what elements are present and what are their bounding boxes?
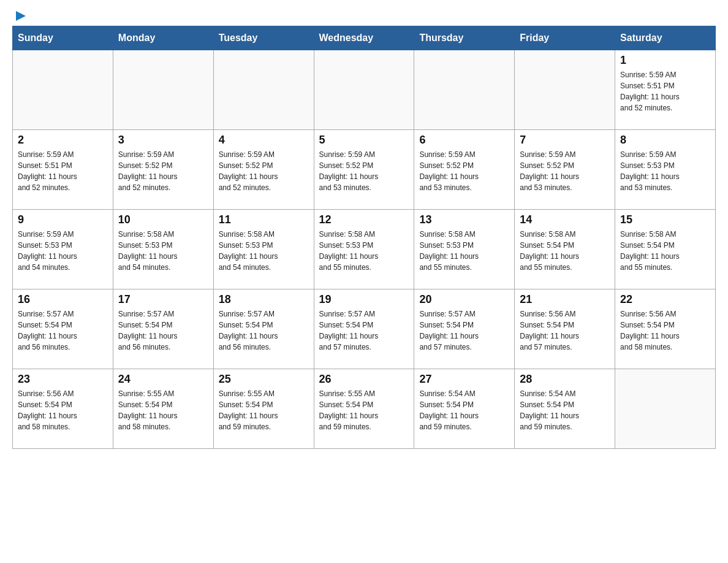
day-header-monday: Monday xyxy=(113,26,213,50)
day-info: Sunrise: 5:59 AM Sunset: 5:53 PM Dayligh… xyxy=(18,229,108,273)
day-info: Sunrise: 5:56 AM Sunset: 5:54 PM Dayligh… xyxy=(620,308,710,353)
day-info: Sunrise: 5:57 AM Sunset: 5:54 PM Dayligh… xyxy=(419,308,509,353)
calendar-day-cell: 20Sunrise: 5:57 AM Sunset: 5:54 PM Dayli… xyxy=(414,289,515,369)
day-number: 13 xyxy=(419,213,509,226)
logo xyxy=(12,12,27,20)
calendar-week-row: 9Sunrise: 5:59 AM Sunset: 5:53 PM Daylig… xyxy=(13,210,716,289)
calendar-day-cell: 2Sunrise: 5:59 AM Sunset: 5:51 PM Daylig… xyxy=(13,130,113,210)
calendar-day-cell: 24Sunrise: 5:55 AM Sunset: 5:54 PM Dayli… xyxy=(113,369,213,449)
day-number: 15 xyxy=(620,213,710,226)
page-header xyxy=(12,12,716,20)
calendar-day-cell: 28Sunrise: 5:54 AM Sunset: 5:54 PM Dayli… xyxy=(515,369,615,449)
calendar-day-cell xyxy=(414,50,515,130)
day-info: Sunrise: 5:54 AM Sunset: 5:54 PM Dayligh… xyxy=(419,388,509,432)
day-info: Sunrise: 5:58 AM Sunset: 5:54 PM Dayligh… xyxy=(620,229,710,273)
calendar-day-cell: 27Sunrise: 5:54 AM Sunset: 5:54 PM Dayli… xyxy=(414,369,515,449)
day-number: 3 xyxy=(118,134,208,147)
calendar-day-cell: 9Sunrise: 5:59 AM Sunset: 5:53 PM Daylig… xyxy=(13,210,113,289)
calendar-day-cell xyxy=(13,50,113,130)
calendar-day-cell: 1Sunrise: 5:59 AM Sunset: 5:51 PM Daylig… xyxy=(615,50,716,130)
day-info: Sunrise: 5:59 AM Sunset: 5:52 PM Dayligh… xyxy=(219,149,309,193)
logo-flag-icon xyxy=(13,10,27,23)
day-number: 12 xyxy=(319,213,409,226)
day-number: 21 xyxy=(520,293,610,306)
day-info: Sunrise: 5:55 AM Sunset: 5:54 PM Dayligh… xyxy=(219,388,309,432)
calendar-day-cell: 3Sunrise: 5:59 AM Sunset: 5:52 PM Daylig… xyxy=(113,130,213,210)
day-info: Sunrise: 5:57 AM Sunset: 5:54 PM Dayligh… xyxy=(118,308,208,353)
calendar-day-cell: 6Sunrise: 5:59 AM Sunset: 5:52 PM Daylig… xyxy=(414,130,515,210)
calendar-table: SundayMondayTuesdayWednesdayThursdayFrid… xyxy=(12,26,716,449)
day-number: 24 xyxy=(118,373,208,386)
day-number: 25 xyxy=(219,373,309,386)
day-info: Sunrise: 5:59 AM Sunset: 5:52 PM Dayligh… xyxy=(319,149,409,193)
calendar-week-row: 2Sunrise: 5:59 AM Sunset: 5:51 PM Daylig… xyxy=(13,130,716,210)
day-number: 8 xyxy=(620,134,710,147)
day-info: Sunrise: 5:59 AM Sunset: 5:52 PM Dayligh… xyxy=(118,149,208,193)
calendar-day-cell: 15Sunrise: 5:58 AM Sunset: 5:54 PM Dayli… xyxy=(615,210,716,289)
calendar-week-row: 23Sunrise: 5:56 AM Sunset: 5:54 PM Dayli… xyxy=(13,369,716,449)
day-info: Sunrise: 5:56 AM Sunset: 5:54 PM Dayligh… xyxy=(18,388,108,432)
day-header-tuesday: Tuesday xyxy=(213,26,314,50)
day-header-thursday: Thursday xyxy=(414,26,515,50)
day-number: 5 xyxy=(319,134,409,147)
calendar-day-cell: 5Sunrise: 5:59 AM Sunset: 5:52 PM Daylig… xyxy=(314,130,414,210)
day-number: 1 xyxy=(620,54,710,67)
day-info: Sunrise: 5:58 AM Sunset: 5:53 PM Dayligh… xyxy=(319,229,409,273)
day-header-saturday: Saturday xyxy=(615,26,716,50)
day-number: 23 xyxy=(18,373,108,386)
calendar-day-cell: 13Sunrise: 5:58 AM Sunset: 5:53 PM Dayli… xyxy=(414,210,515,289)
calendar-day-cell xyxy=(314,50,414,130)
calendar-day-cell xyxy=(515,50,615,130)
day-info: Sunrise: 5:58 AM Sunset: 5:53 PM Dayligh… xyxy=(419,229,509,273)
calendar-day-cell: 19Sunrise: 5:57 AM Sunset: 5:54 PM Dayli… xyxy=(314,289,414,369)
calendar-day-cell: 21Sunrise: 5:56 AM Sunset: 5:54 PM Dayli… xyxy=(515,289,615,369)
day-header-sunday: Sunday xyxy=(13,26,113,50)
svg-marker-0 xyxy=(16,11,26,21)
day-number: 6 xyxy=(419,134,509,147)
calendar-header-row: SundayMondayTuesdayWednesdayThursdayFrid… xyxy=(13,26,716,50)
calendar-week-row: 1Sunrise: 5:59 AM Sunset: 5:51 PM Daylig… xyxy=(13,50,716,130)
day-number: 27 xyxy=(419,373,509,386)
day-info: Sunrise: 5:57 AM Sunset: 5:54 PM Dayligh… xyxy=(219,308,309,353)
day-header-friday: Friday xyxy=(515,26,615,50)
day-header-wednesday: Wednesday xyxy=(314,26,414,50)
day-number: 16 xyxy=(18,293,108,306)
day-info: Sunrise: 5:55 AM Sunset: 5:54 PM Dayligh… xyxy=(118,388,208,432)
day-info: Sunrise: 5:58 AM Sunset: 5:53 PM Dayligh… xyxy=(219,229,309,273)
day-info: Sunrise: 5:57 AM Sunset: 5:54 PM Dayligh… xyxy=(18,308,108,353)
calendar-day-cell: 25Sunrise: 5:55 AM Sunset: 5:54 PM Dayli… xyxy=(213,369,314,449)
day-info: Sunrise: 5:58 AM Sunset: 5:54 PM Dayligh… xyxy=(520,229,610,273)
day-info: Sunrise: 5:59 AM Sunset: 5:51 PM Dayligh… xyxy=(620,69,710,113)
day-number: 7 xyxy=(520,134,610,147)
day-number: 14 xyxy=(520,213,610,226)
day-number: 2 xyxy=(18,134,108,147)
calendar-day-cell: 16Sunrise: 5:57 AM Sunset: 5:54 PM Dayli… xyxy=(13,289,113,369)
calendar-day-cell xyxy=(113,50,213,130)
day-number: 10 xyxy=(118,213,208,226)
day-info: Sunrise: 5:57 AM Sunset: 5:54 PM Dayligh… xyxy=(319,308,409,353)
calendar-day-cell xyxy=(615,369,716,449)
day-info: Sunrise: 5:58 AM Sunset: 5:53 PM Dayligh… xyxy=(118,229,208,273)
calendar-day-cell: 17Sunrise: 5:57 AM Sunset: 5:54 PM Dayli… xyxy=(113,289,213,369)
calendar-day-cell: 26Sunrise: 5:55 AM Sunset: 5:54 PM Dayli… xyxy=(314,369,414,449)
day-info: Sunrise: 5:59 AM Sunset: 5:52 PM Dayligh… xyxy=(419,149,509,193)
day-info: Sunrise: 5:59 AM Sunset: 5:52 PM Dayligh… xyxy=(520,149,610,193)
calendar-day-cell: 11Sunrise: 5:58 AM Sunset: 5:53 PM Dayli… xyxy=(213,210,314,289)
calendar-day-cell: 22Sunrise: 5:56 AM Sunset: 5:54 PM Dayli… xyxy=(615,289,716,369)
calendar-day-cell: 7Sunrise: 5:59 AM Sunset: 5:52 PM Daylig… xyxy=(515,130,615,210)
day-number: 18 xyxy=(219,293,309,306)
day-info: Sunrise: 5:56 AM Sunset: 5:54 PM Dayligh… xyxy=(520,308,610,353)
day-number: 20 xyxy=(419,293,509,306)
day-number: 4 xyxy=(219,134,309,147)
day-number: 9 xyxy=(18,213,108,226)
calendar-day-cell: 18Sunrise: 5:57 AM Sunset: 5:54 PM Dayli… xyxy=(213,289,314,369)
day-info: Sunrise: 5:54 AM Sunset: 5:54 PM Dayligh… xyxy=(520,388,610,432)
calendar-day-cell: 14Sunrise: 5:58 AM Sunset: 5:54 PM Dayli… xyxy=(515,210,615,289)
day-info: Sunrise: 5:59 AM Sunset: 5:53 PM Dayligh… xyxy=(620,149,710,193)
calendar-day-cell: 10Sunrise: 5:58 AM Sunset: 5:53 PM Dayli… xyxy=(113,210,213,289)
calendar-day-cell xyxy=(213,50,314,130)
day-info: Sunrise: 5:55 AM Sunset: 5:54 PM Dayligh… xyxy=(319,388,409,432)
day-number: 28 xyxy=(520,373,610,386)
calendar-day-cell: 12Sunrise: 5:58 AM Sunset: 5:53 PM Dayli… xyxy=(314,210,414,289)
calendar-day-cell: 4Sunrise: 5:59 AM Sunset: 5:52 PM Daylig… xyxy=(213,130,314,210)
